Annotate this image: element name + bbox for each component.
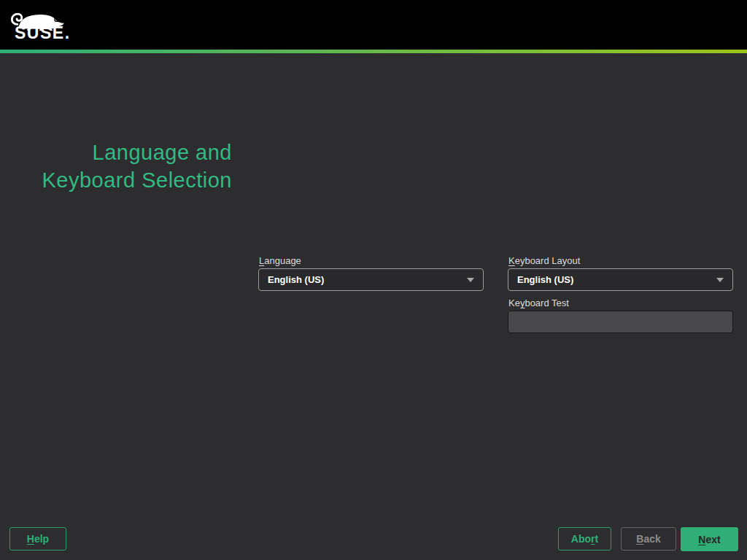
chevron-down-icon [716,278,724,282]
suse-wordmark: SUSE. [15,23,71,43]
language-select[interactable]: English (US) [258,268,484,291]
abort-button[interactable]: Abort [558,527,611,551]
keyboard-layout-select-value: English (US) [517,274,716,285]
header-accent-line [0,50,747,53]
header-bar: SUSE. [0,0,747,50]
language-label: Language [259,255,301,266]
next-button[interactable]: Next [681,527,738,551]
language-select-value: English (US) [268,274,467,285]
page-title-line1: Language and [93,141,232,164]
help-button[interactable]: Help [9,527,66,551]
keyboard-test-input[interactable] [508,311,733,333]
chevron-down-icon [467,278,474,282]
page-title-line2: Keyboard Selection [42,168,233,192]
back-button[interactable]: Back [621,527,676,551]
installer-window: SUSE. Language andKeyboard Selection Lan… [0,0,747,560]
page-title: Language andKeyboard Selection [19,139,232,194]
keyboard-test-label: Keyboard Test [508,298,569,308]
suse-logo: SUSE. [9,6,75,44]
keyboard-layout-label: Keyboard Layout [508,255,580,266]
keyboard-layout-select[interactable]: English (US) [508,268,733,291]
